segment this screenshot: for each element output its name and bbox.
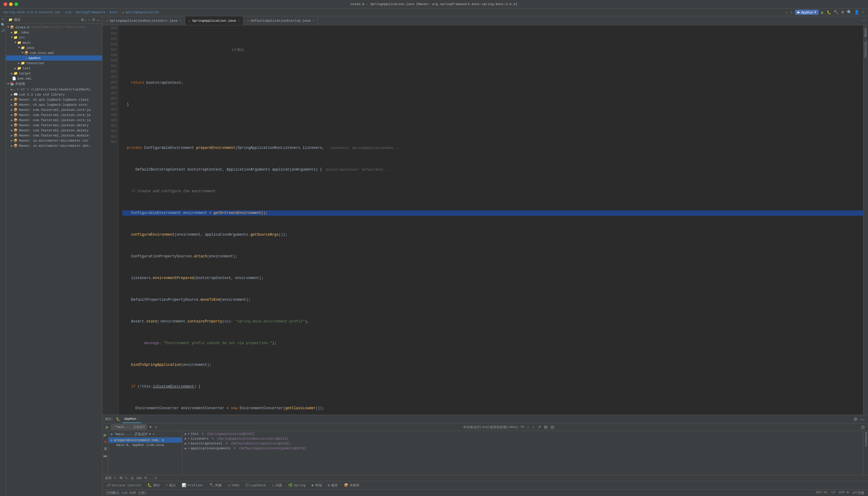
debug-stop-btn[interactable]: ■ (103, 439, 107, 444)
build-button[interactable]: 🔨 (834, 10, 838, 14)
var-item-bootstrap[interactable]: ▶ ● bootstrapContext = {DefaultBootstrap… (182, 441, 863, 446)
tree-item-resources[interactable]: ▶ 📁 resources (6, 61, 102, 66)
tree-item-test[interactable]: ▶ 📁 test (6, 66, 102, 71)
sidebar-expand-btn[interactable]: ↔ (88, 18, 91, 22)
tree-arrow-jackson4[interactable]: ▶ (11, 124, 13, 127)
tool-profiler[interactable]: 📊 Profiler (181, 483, 205, 487)
tree-arrow-jackson1[interactable]: ▶ (11, 108, 13, 112)
debug-button[interactable]: 🐛 (827, 10, 831, 14)
breadcrumb-class[interactable]: SpringApplication (125, 11, 159, 14)
tab-springapplicationrunlisteners[interactable]: ☕ SpringApplicationRunListeners.java ✕ (103, 16, 185, 25)
debug-mute-btn[interactable]: ⏭ (103, 453, 108, 459)
tree-item-jackson1[interactable]: ▶ 📦 Maven: com.fasterxml.jackson.core:ja (6, 107, 102, 112)
evaluate-btn[interactable]: ⊞ (543, 424, 548, 430)
tree-arrow-ossa3[interactable]: ▼ (7, 26, 9, 29)
filter-btn[interactable]: ▼ (148, 425, 153, 429)
tree-item-micrometer1[interactable]: ▶ 📦 Maven: io.micrometer:micrometer-cor (6, 138, 102, 143)
debug-minimize-btn[interactable]: — (859, 416, 866, 422)
frame-item-0[interactable]: ▶ prepareEnvironment:349, S (108, 437, 182, 443)
tree-item-pom[interactable]: 📄 pom.xml (6, 76, 102, 81)
tree-item-lua[interactable]: ▶ 📖 Lua 5.3 Lua std library (6, 92, 102, 97)
tree-arrow-package[interactable]: ▼ (22, 51, 24, 55)
checkmark-button[interactable]: ✓ (862, 10, 865, 14)
tree-item-jackson5[interactable]: ▶ 📦 Maven: com.fasterxml.jackson.dataty (6, 128, 102, 133)
sidebar-sort-btn[interactable]: ↕ (85, 18, 87, 22)
breadcrumb-springframework[interactable]: springframework (75, 11, 105, 14)
minimize-button[interactable] (9, 2, 13, 6)
tree-arrow-micrometer1[interactable]: ▶ (11, 139, 13, 142)
var-expand-bootstrap[interactable]: ▶ (185, 442, 187, 445)
frames-btn[interactable]: ⊟ (550, 424, 555, 430)
tree-item-extlibs[interactable]: ▼ 📚 外部库 (6, 81, 102, 87)
tree-arrow-java[interactable]: ▼ (18, 46, 20, 49)
tool-problems[interactable]: ⚠ 问题 (271, 483, 283, 487)
tree-item-ossa3[interactable]: ▼ 📦 ossa3.0 ~java/java/seckill-redis/oss… (6, 25, 102, 30)
right-tab-maven[interactable]: Maven (864, 25, 868, 39)
tool-debug[interactable]: 🐛 调试 (146, 483, 161, 487)
tab-springapplication[interactable]: ☕ SpringApplication.java ✕ (185, 16, 244, 25)
nav-back-button[interactable]: ‹ (786, 10, 788, 14)
tab-close-1[interactable]: ✕ (179, 19, 181, 22)
filter-extra-btn[interactable]: ≡ (154, 425, 158, 429)
frame-item-1[interactable]: main:9, AppRun (com.ossa (108, 443, 182, 448)
search-button[interactable]: 🔍 (847, 10, 852, 14)
close-button[interactable] (4, 2, 7, 6)
project-icon[interactable]: ≡ (2, 17, 4, 21)
nav-forward-button[interactable]: › (790, 10, 793, 14)
sidebar-settings-btn[interactable]: ⚙ (92, 18, 95, 22)
apprun-button[interactable]: ▶ AppRun ▾ (795, 10, 819, 15)
tool-todo[interactable]: ☑ TODO (227, 483, 241, 487)
tree-arrow-jvm[interactable]: ▶ (11, 88, 13, 91)
tree-item-main[interactable]: ▼ 📁 main (6, 40, 102, 45)
tree-arrow-lua[interactable]: ▶ (11, 93, 13, 96)
debug-resume-btn[interactable]: ▶ (105, 424, 110, 430)
tree-arrow-idea[interactable]: ▶ (11, 31, 13, 34)
step-over-btn[interactable]: ↷ (520, 424, 525, 430)
tree-item-target[interactable]: ▶ 📁 target (6, 71, 102, 76)
eval-close-btn[interactable]: ✕ (155, 477, 157, 480)
tool-versioncontrol[interactable]: ⎇ Version Control (105, 483, 142, 487)
code-editor[interactable]: 343 344 345 346 347 348 349 350 351 352 … (103, 25, 868, 415)
tree-arrow-jackson5[interactable]: ▶ (11, 129, 13, 132)
tab-close-2[interactable]: ✕ (238, 19, 239, 22)
breadcrumb-org[interactable]: org (65, 11, 71, 14)
var-expand-appargs[interactable]: ▶ (185, 447, 187, 450)
tree-item-jackson6[interactable]: ▶ 📦 Maven: com.fasterxml.jackson.module: (6, 133, 102, 138)
tree-item-jackson4[interactable]: ▶ 📦 Maven: com.fasterxml.jackson.dataty (6, 123, 102, 128)
tree-arrow-target[interactable]: ▶ (11, 72, 13, 75)
tree-arrow-micrometer2[interactable]: ▶ (11, 144, 13, 148)
frames-filter-options[interactable]: ≡ (153, 432, 155, 436)
tab-more-button[interactable]: ⋯ (859, 18, 868, 23)
tree-item-apprun[interactable]: ☕ AppRun (6, 56, 102, 61)
tree-item-src[interactable]: ▼ 📁 src (6, 35, 102, 40)
tree-arrow-extlibs[interactable]: ▼ (7, 82, 9, 86)
run-button[interactable]: ▶ (821, 10, 824, 15)
tree-item-micrometer2[interactable]: ▶ 📦 Maven: io.micrometer:micrometer-obs: (6, 143, 102, 148)
tree-arrow-main[interactable]: ▼ (14, 41, 16, 44)
tool-spring[interactable]: 🌿 Spring (287, 483, 307, 487)
breadcrumb-jar[interactable]: spring-boot-3.0.0-sources.jar (3, 11, 61, 14)
var-expand-listeners[interactable]: ▶ (185, 437, 187, 440)
tree-item-jackson3[interactable]: ▶ 📦 Maven: com.fasterxml.jackson.core:ja (6, 118, 102, 123)
tool-build[interactable]: 🔨 构建 (208, 483, 223, 487)
sidebar-layout-btn[interactable]: ⊞ (81, 18, 84, 22)
tree-arrow-resources[interactable]: ▶ (18, 61, 20, 65)
tool-services[interactable]: ⚙ 服务 (327, 483, 339, 487)
tree-arrow-jackson3[interactable]: ▶ (11, 119, 13, 122)
var-item-this[interactable]: ▶ ● this = {SpringApplication@2202} (182, 432, 863, 436)
vcs-icon[interactable]: ⎇ (1, 29, 5, 33)
settings-button[interactable]: ⚙ (841, 10, 844, 14)
step-into-btn[interactable]: ↓ (526, 424, 530, 430)
maximize-button[interactable] (14, 2, 18, 6)
step-out-btn[interactable]: ↑ (531, 424, 535, 430)
debug-play-btn[interactable]: ▶ (103, 432, 108, 437)
tree-arrow-logback1[interactable]: ▶ (11, 98, 13, 102)
tree-item-java[interactable]: ▼ 📁 java (6, 45, 102, 50)
tree-item-jackson2[interactable]: ▶ 📦 Maven: com.fasterxml.jackson.core:ja (6, 112, 102, 118)
debug-session-tab[interactable]: AppRun ✕ (123, 415, 141, 423)
tree-item-logback1[interactable]: ▶ 📦 Maven: ch.qos.logback:logback-class (6, 97, 102, 102)
tool-endpoints[interactable]: ⚡ 端点 (165, 483, 177, 487)
breadcrumb-boot[interactable]: boot (110, 11, 118, 14)
tree-item-jvm[interactable]: ▶ ☕ < 17 > /Library/Java/JavaVirtualMach… (6, 87, 102, 92)
var-item-appargs[interactable]: ▶ ● applicationArguments = {DefaultAppli… (182, 446, 863, 451)
